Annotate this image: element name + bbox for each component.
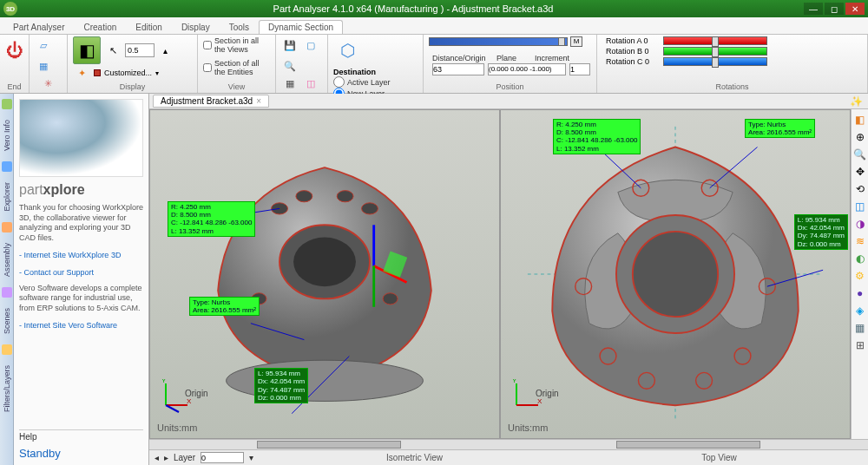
minimize-button[interactable]: —	[804, 3, 823, 15]
help-label[interactable]: Help	[19, 429, 143, 442]
type-plane-icon[interactable]: ▱	[35, 36, 52, 54]
tool-box-icon[interactable]: ◫	[853, 200, 867, 213]
rotation-a-label: Rotation A 0	[606, 36, 660, 45]
view-isometric[interactable]: R: 4.250 mmD: 8.500 mmC: -12.841 48.286 …	[149, 109, 500, 439]
tool-layers-icon[interactable]: ≋	[853, 234, 867, 248]
creation-wire-icon[interactable]: ⬡	[333, 36, 361, 64]
tab-part-analyser[interactable]: Part Analyser	[3, 20, 74, 34]
svg-point-3	[296, 191, 312, 202]
increment-input[interactable]	[569, 63, 590, 75]
axis-icon[interactable]: ✦	[73, 64, 90, 82]
tool-apps-icon[interactable]: ⊞	[853, 338, 867, 352]
display-value-input[interactable]	[125, 43, 155, 57]
sb-chevron-right-icon[interactable]: ▸	[164, 453, 168, 462]
rotation-c-label: Rotation C 0	[606, 57, 660, 66]
vtab-filters[interactable]: Filters/Layers	[3, 362, 11, 416]
view-grid-icon[interactable]: ▦	[281, 75, 299, 92]
tool-shade-icon[interactable]: ◐	[853, 252, 867, 265]
view-snap-icon[interactable]: ▢	[302, 36, 319, 54]
statusbar: ◂ ▸ Layer ▾ Isometric View Top View	[149, 449, 868, 465]
document-tab[interactable]: Adjustment Bracket.a3d ×	[153, 95, 269, 108]
view-top[interactable]: R: 4.250 mmD: 8.500 mmC: -12.841 48.286 …	[500, 109, 851, 439]
close-tab-icon[interactable]: ×	[256, 96, 261, 106]
tab-edition[interactable]: Edition	[126, 20, 172, 34]
section-all-views-check[interactable]: Section in all the Views	[203, 36, 270, 54]
filters-icon[interactable]	[2, 344, 12, 355]
color-swatch[interactable]	[94, 69, 101, 76]
maximize-button[interactable]: ◻	[825, 3, 844, 15]
svg-text:X: X	[537, 397, 542, 405]
vtab-assembly[interactable]: Assembly	[3, 239, 11, 280]
type-axes-icon[interactable]: ✳	[40, 75, 57, 92]
tab-dynamic-section[interactable]: Dynamic Section	[259, 20, 343, 34]
layer-label: Layer	[174, 453, 195, 462]
callout-radius-left: R: 4.250 mmD: 8.500 mmC: -12.841 48.286 …	[168, 201, 255, 237]
stepper-up-icon[interactable]: ▴	[158, 43, 172, 57]
active-layer-radio[interactable]: Active Layer	[333, 76, 391, 88]
view-zoom-icon[interactable]: 🔍	[281, 57, 299, 75]
tool-zoom-icon[interactable]: 🔍	[853, 147, 867, 161]
view-save-icon[interactable]: 💾	[281, 36, 299, 54]
tab-creation[interactable]: Creation	[74, 20, 126, 34]
dist-origin-input[interactable]	[432, 63, 484, 75]
sb-dropdown-icon[interactable]: ▾	[249, 453, 253, 462]
close-button[interactable]: ✕	[845, 3, 865, 15]
brand-text: partxplore	[19, 182, 143, 198]
right-toolbar: ◧ ⊕ 🔍 ✥ ⟲ ◫ ◑ ≋ ◐ ⚙ ● ◈ ▦ ⊞	[851, 109, 868, 439]
customized-dropdown[interactable]: Customized...	[104, 69, 152, 77]
link-workxplore-site[interactable]: - Internet Site WorkXplore 3D	[19, 251, 143, 259]
tool-cube-icon[interactable]: ◧	[853, 113, 867, 127]
tool-gear-icon[interactable]: ⚙	[853, 269, 867, 283]
ribbon-tabstrip: Part Analyser Creation Edition Display T…	[0, 17, 868, 35]
rotation-b-slider[interactable]	[663, 47, 767, 56]
scenes-icon[interactable]	[2, 287, 12, 298]
tool-palette-icon[interactable]: ◑	[853, 217, 867, 231]
section-all-entities-check[interactable]: Section of all the Entities	[203, 59, 270, 76]
welcome-text: Thank you for choosing WorkXplore 3D, th…	[19, 203, 143, 244]
svg-line-18	[166, 405, 179, 412]
vtab-vero-info[interactable]: Vero Info	[3, 116, 11, 154]
vtab-explorer[interactable]: Explorer	[3, 179, 11, 215]
group-label-position: Position	[429, 82, 591, 91]
main-area: Vero Info Explorer Assembly Scenes Filte…	[0, 94, 868, 465]
tool-sphere-icon[interactable]: ●	[853, 286, 867, 300]
vero-info-icon[interactable]	[2, 99, 12, 109]
branding-art	[19, 99, 143, 177]
assembly-icon[interactable]	[2, 222, 12, 232]
explorer-icon[interactable]	[2, 161, 12, 172]
svg-text:Y: Y	[161, 379, 167, 384]
type-box-icon[interactable]: ▦	[35, 57, 52, 75]
tool-zoom-fit-icon[interactable]: ⊕	[853, 130, 867, 144]
display-preview-icon[interactable]: ◧	[73, 36, 101, 64]
sb-chevron-left-icon[interactable]: ◂	[155, 453, 159, 462]
link-vero-site[interactable]: - Internet Site Vero Software	[19, 321, 143, 330]
position-slider[interactable]	[429, 37, 568, 46]
tab-display[interactable]: Display	[172, 20, 220, 34]
tab-tools[interactable]: Tools	[220, 20, 259, 34]
plane-label: Plane	[496, 54, 531, 62]
view-layers-icon[interactable]: ◫	[302, 75, 319, 92]
wizard-icon[interactable]: ✨	[849, 95, 863, 108]
rotation-a-slider[interactable]	[663, 36, 767, 45]
group-label-rotations: Rotations	[602, 82, 862, 91]
rotation-c-slider[interactable]	[663, 57, 767, 66]
layer-input[interactable]	[201, 452, 244, 463]
view-name-right: Top View	[575, 453, 863, 462]
svg-point-24	[633, 232, 718, 317]
plane-input[interactable]	[488, 63, 566, 75]
horizontal-scrollbar[interactable]	[149, 439, 868, 449]
end-button[interactable]: ⏻	[1, 36, 29, 64]
tool-grid-icon[interactable]: ▦	[853, 321, 867, 335]
cursor-icon[interactable]: ↖	[104, 42, 122, 59]
tool-view-icon[interactable]: ◈	[853, 304, 867, 318]
callout-length-right: L: 95.934 mmDx: 42.054 mmDy: 74.487 mmDz…	[794, 214, 848, 250]
svg-text:X: X	[187, 397, 192, 405]
vtab-scenes[interactable]: Scenes	[3, 305, 11, 337]
svg-point-7	[383, 293, 398, 305]
position-m-button[interactable]: M	[570, 36, 582, 47]
link-support[interactable]: - Contact our Support	[19, 268, 143, 277]
tool-rotate-icon[interactable]: ⟲	[853, 182, 867, 196]
dropdown-chevron-icon[interactable]: ▾	[155, 69, 159, 77]
tool-pan-icon[interactable]: ✥	[853, 165, 867, 179]
callout-nurbs-right: Type: NurbsArea: 2616.555 mm²	[745, 119, 815, 138]
